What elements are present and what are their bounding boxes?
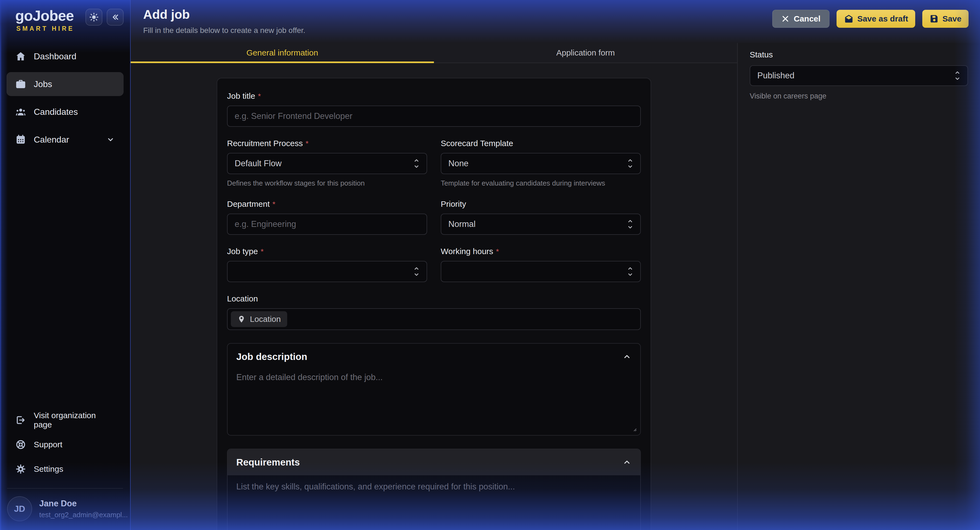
process-row: Recruitment Process * Default Flow Def [227, 139, 641, 187]
job-form-card: Job title * Recruitment Process * [217, 78, 651, 530]
priority-field: Priority Normal [441, 200, 641, 235]
cancel-button[interactable]: Cancel [772, 10, 829, 28]
working-hours-label: Working hours * [441, 247, 641, 256]
chevron-up-icon [622, 352, 632, 361]
section-title: Requirements [236, 457, 300, 468]
home-icon [15, 51, 26, 62]
sidebar-item-visit-organization-page[interactable]: Visit organization page [6, 409, 124, 431]
department-field: Department * [227, 200, 427, 235]
gear-icon [15, 463, 26, 474]
user-menu[interactable]: JD Jane Doe test_org2_admin@exampl... [0, 489, 130, 530]
select-value: None [449, 159, 468, 168]
job-description-textarea-wrap [228, 370, 640, 435]
header-actions: Cancel Save as draft Save [772, 10, 969, 28]
working-hours-select[interactable] [441, 261, 641, 282]
field-label-text: Priority [441, 200, 466, 209]
sidebar-collapse-button[interactable] [107, 9, 124, 25]
location-input[interactable]: Location [227, 308, 641, 330]
close-icon [781, 15, 789, 23]
lifebuoy-icon [15, 439, 26, 450]
sidebar-item-label: Dashboard [34, 51, 76, 62]
tab-application-form[interactable]: Application form [434, 43, 737, 63]
status-hint: Visible on careers page [750, 92, 968, 100]
location-label: Location [227, 294, 641, 303]
status-label: Status [750, 50, 968, 59]
recruitment-process-field: Recruitment Process * Default Flow Def [227, 139, 427, 187]
sidebar-item-label: Jobs [34, 79, 52, 89]
sidebar-item-dashboard[interactable]: Dashboard [6, 44, 124, 68]
chevron-up-icon [622, 458, 632, 467]
requirements-section: Requirements [227, 449, 641, 530]
page-header: Add job Fill in the details below to cre… [130, 0, 980, 43]
sidebar-item-label: Support [34, 440, 62, 449]
sidebar-item-settings[interactable]: Settings [6, 458, 124, 480]
status-select[interactable]: Published [750, 65, 968, 86]
brand-name: goJobee [15, 7, 74, 24]
required-marker: * [305, 139, 309, 148]
sidebar-item-label: Settings [34, 465, 63, 474]
location-chip[interactable]: Location [231, 311, 287, 327]
save-as-draft-button[interactable]: Save as draft [837, 10, 915, 28]
job-description-textarea[interactable] [228, 370, 640, 435]
job-type-label: Job type * [227, 247, 427, 256]
save-button[interactable]: Save [922, 10, 969, 28]
brand-logo: goJobee SMART HIRE [15, 7, 74, 32]
scorecard-template-select[interactable]: None [441, 153, 641, 174]
job-description-header[interactable]: Job description [228, 344, 640, 370]
field-label-text: Job title [227, 91, 255, 101]
form-content: Job title * Recruitment Process * [130, 63, 737, 530]
requirements-header[interactable]: Requirements [228, 449, 640, 475]
recruitment-process-select[interactable]: Default Flow [227, 153, 427, 174]
tab-label: General information [247, 48, 318, 57]
job-type-select[interactable] [227, 261, 427, 282]
requirements-textarea[interactable] [228, 479, 640, 530]
sidebar-item-candidates[interactable]: Candidates [6, 100, 124, 124]
recruitment-process-label: Recruitment Process * [227, 139, 427, 148]
main-area: Add job Fill in the details below to cre… [130, 0, 980, 530]
save-button-label: Save [942, 14, 961, 24]
field-label-text: Recruitment Process [227, 139, 303, 148]
select-chevrons-icon [412, 157, 421, 170]
requirements-textarea-wrap [228, 479, 640, 530]
app-root: goJobee SMART HIRE [0, 0, 980, 530]
resize-handle-icon[interactable] [632, 426, 637, 432]
priority-select[interactable]: Normal [441, 214, 641, 235]
sidebar-item-calendar[interactable]: Calendar [6, 128, 124, 152]
page-header-text: Add job Fill in the details below to cre… [143, 7, 305, 35]
sidebar-nav: Dashboard Jobs Candidates Calendar [0, 44, 130, 152]
job-title-input[interactable] [227, 106, 641, 127]
theme-toggle-button[interactable] [86, 9, 102, 25]
department-input[interactable] [227, 214, 427, 235]
field-hint: Template for evaluating candidates durin… [441, 179, 641, 187]
tab-general-information[interactable]: General information [130, 43, 434, 63]
sidebar: goJobee SMART HIRE [0, 0, 130, 530]
sidebar-item-support[interactable]: Support [6, 434, 124, 455]
job-type-field: Job type * [227, 247, 427, 282]
field-label-text: Location [227, 294, 258, 303]
sidebar-item-jobs[interactable]: Jobs [6, 72, 124, 96]
job-title-field: Job title * [227, 91, 641, 127]
user-name: Jane Doe [39, 499, 128, 508]
map-pin-icon [237, 315, 245, 323]
main-column: General information Application form Job… [130, 43, 737, 530]
brand-tagline: SMART HIRE [16, 25, 74, 32]
external-link-icon [15, 415, 26, 425]
required-marker: * [258, 92, 261, 101]
sidebar-header-actions [86, 9, 124, 25]
job-description-section: Job description [227, 343, 641, 436]
required-marker: * [272, 200, 275, 209]
select-chevrons-icon [953, 70, 961, 82]
field-hint: Defines the workflow stages for this pos… [227, 179, 427, 187]
priority-label: Priority [441, 200, 641, 209]
select-value: Published [757, 71, 794, 81]
double-chevron-left-icon [111, 13, 120, 22]
scorecard-template-label: Scorecard Template [441, 139, 641, 148]
main-body: General information Application form Job… [130, 43, 980, 530]
calendar-icon [15, 134, 26, 145]
user-info: Jane Doe test_org2_admin@exampl... [39, 499, 128, 519]
field-label-text: Job type [227, 247, 258, 256]
select-chevrons-icon [412, 265, 421, 278]
users-icon [15, 106, 26, 117]
save-as-draft-button-label: Save as draft [857, 14, 908, 24]
select-value: Default Flow [235, 159, 282, 168]
